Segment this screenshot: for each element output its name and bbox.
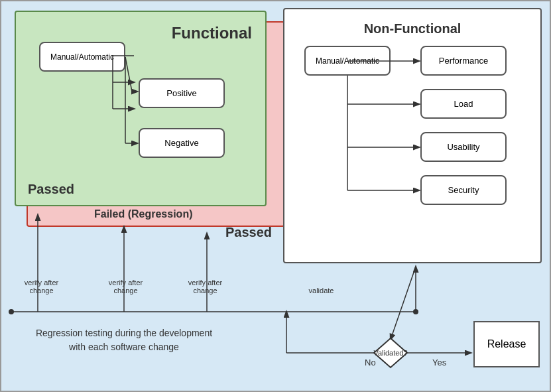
negative-label: Negative xyxy=(164,138,198,148)
svg-text:Validated?: Validated? xyxy=(373,349,407,357)
positive-label: Positive xyxy=(166,88,197,98)
usability-label: Usability xyxy=(447,142,479,152)
non-functional-label: Non-Functional xyxy=(364,21,461,36)
performance-label: Performance xyxy=(439,56,488,66)
usability-box: Usability xyxy=(420,132,507,162)
regression-text: Regression testing during the developmen… xyxy=(34,326,214,354)
security-box: Security xyxy=(420,175,507,205)
nonfunc-manual-auto-box: Manual/Automatic xyxy=(304,46,391,76)
functional-label: Functional xyxy=(172,24,252,42)
validate-text: validate xyxy=(309,287,334,294)
svg-point-11 xyxy=(413,309,418,314)
release-label: Release xyxy=(487,338,526,350)
no-label: No xyxy=(365,358,376,367)
validate-label: validate xyxy=(300,287,343,294)
release-box: Release xyxy=(473,321,540,367)
verify3-text: verify afterchange xyxy=(188,279,222,294)
main-diagram: Failed (Regression) Passed Functional Pa… xyxy=(0,0,551,392)
nonfunc-manual-auto-text: Manual/Automatic xyxy=(316,56,379,66)
verify-label-3: verify afterchange xyxy=(184,279,227,294)
verify-label-1: verify afterchange xyxy=(20,279,63,294)
verify-label-2: verify afterchange xyxy=(104,279,147,294)
verify2-text: verify afterchange xyxy=(109,279,143,294)
positive-box: Positive xyxy=(139,78,225,108)
passed-green-label: Passed xyxy=(28,182,74,197)
passed-red-label: Passed xyxy=(225,225,272,240)
svg-marker-17 xyxy=(374,338,407,367)
functional-manual-auto-text: Manual/Automatic xyxy=(50,52,114,62)
performance-box: Performance xyxy=(420,46,507,76)
non-functional-box: Non-Functional Manual/Automatic Performa… xyxy=(283,8,542,263)
functional-passed-box: Functional Passed Manual/Automatic Posit… xyxy=(15,11,267,206)
security-label: Security xyxy=(448,185,479,195)
load-box: Load xyxy=(420,89,507,119)
negative-box: Negative xyxy=(139,128,225,158)
svg-point-10 xyxy=(9,309,14,314)
load-label: Load xyxy=(454,99,473,109)
verify1-text: verify afterchange xyxy=(25,279,58,294)
yes-label: Yes xyxy=(432,358,446,367)
failed-regression-label: Failed (Regression) xyxy=(94,208,192,220)
svg-line-16 xyxy=(391,267,416,340)
functional-manual-auto-box: Manual/Automatic xyxy=(39,42,125,72)
svg-line-0 xyxy=(125,57,132,92)
